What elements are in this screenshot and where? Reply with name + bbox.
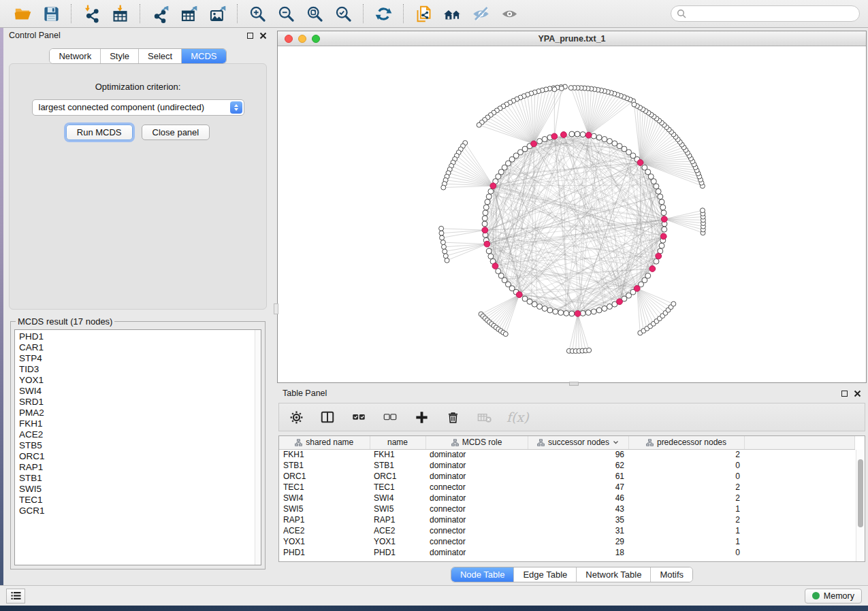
tab-motifs[interactable]: Motifs [651,567,692,582]
table-cell[interactable]: dominator [425,460,528,471]
table-cell[interactable]: dominator [425,514,528,525]
table-cell[interactable]: 1 [628,525,744,536]
network-canvas-svg[interactable] [278,46,866,382]
splitter-grabber-vertical[interactable] [274,303,278,314]
table-cell[interactable]: STB1 [279,460,370,471]
run-mcds-button[interactable]: Run MCDS [66,125,133,140]
table-row[interactable]: ACE2ACE2connector311 [279,525,855,536]
result-item[interactable]: PHD1 [19,331,261,342]
result-item[interactable]: STB5 [19,440,261,451]
table-cell[interactable]: 96 [528,449,628,460]
result-item[interactable]: STB1 [19,473,261,484]
save-session-button[interactable] [40,3,62,24]
delete-row-button[interactable] [444,408,462,426]
duplicate-network-button[interactable] [413,3,434,24]
table-cell[interactable]: 0 [628,460,744,471]
table-cell[interactable]: YOX1 [370,536,425,547]
table-cell[interactable]: 1 [628,503,744,514]
table-cell[interactable]: ACE2 [370,525,425,536]
table-cell[interactable]: dominator [425,493,528,503]
import-table-button[interactable] [109,3,131,24]
table-cell[interactable]: 47 [528,482,628,493]
select-all-button[interactable] [350,408,368,426]
tab-mcds[interactable]: MCDS [182,49,225,63]
first-neighbors-button[interactable] [441,3,463,24]
close-panel-icon[interactable] [259,32,267,39]
table-cell[interactable]: 0 [628,547,744,558]
table-cell[interactable]: connector [425,503,528,514]
tab-edge-table[interactable]: Edge Table [514,567,577,582]
criterion-select[interactable]: largest connected component (undirected) [32,99,244,116]
column-header-name[interactable]: name [370,436,425,449]
table-cell[interactable]: 62 [528,460,628,471]
table-cell[interactable]: ACE2 [279,525,370,536]
table-row[interactable]: STB1STB1dominator620 [279,460,855,471]
column-header-successor-nodes[interactable]: successor nodes [528,436,628,449]
table-cell[interactable]: SWI4 [370,493,425,503]
tab-network-table[interactable]: Network Table [577,567,651,582]
close-panel-button[interactable]: Close panel [142,125,210,140]
zoom-in-button[interactable] [246,3,268,24]
table-cell[interactable]: 29 [528,536,628,547]
table-cell[interactable]: YOX1 [279,536,370,547]
table-row[interactable]: RAP1RAP1dominator352 [279,514,855,525]
result-item[interactable]: YOX1 [19,375,261,386]
search-input[interactable] [671,5,860,22]
result-item[interactable]: TID3 [19,364,261,375]
table-cell[interactable]: 2 [628,482,744,493]
refresh-button[interactable] [372,3,394,24]
hide-selected-button[interactable] [470,3,492,24]
table-row[interactable]: SWI5SWI5connector431 [279,503,855,514]
close-table-panel-icon[interactable] [854,390,861,397]
result-item[interactable]: SRD1 [19,397,261,408]
column-header-MCDS-role[interactable]: MCDS role [425,436,528,449]
table-scrollbar-thumb[interactable] [858,459,863,527]
deselect-all-button[interactable] [381,408,399,426]
float-table-panel-icon[interactable] [841,391,848,397]
zoom-out-button[interactable] [275,3,297,24]
table-cell[interactable]: connector [425,482,528,493]
tab-style[interactable]: Style [101,49,139,63]
table-cell[interactable]: 2 [628,493,744,503]
table-cell[interactable]: 2 [628,449,744,460]
table-row[interactable]: TEC1TEC1connector472 [279,482,855,493]
table-cell[interactable]: PHD1 [370,547,425,558]
zoom-selected-button[interactable] [332,3,354,24]
float-panel-icon[interactable] [247,33,253,39]
export-network-button[interactable] [149,3,171,24]
table-row[interactable]: PHD1PHD1dominator180 [279,547,855,558]
table-scrollbar[interactable] [856,450,865,561]
table-cell[interactable]: PHD1 [279,547,370,558]
result-list-scrollbar[interactable] [255,330,261,565]
table-cell[interactable]: 43 [528,503,628,514]
table-cell[interactable]: 31 [528,525,628,536]
table-options-gear-button[interactable] [287,408,305,426]
column-header-shared-name[interactable]: shared name [279,436,370,449]
open-session-button[interactable] [12,3,33,24]
table-row[interactable]: FKH1FKH1dominator962 [279,449,855,460]
add-row-button[interactable] [413,408,430,426]
result-item[interactable]: SWI4 [19,386,261,397]
table-cell[interactable]: 2 [628,514,744,525]
table-cell[interactable]: TEC1 [370,482,425,493]
result-item[interactable]: FKH1 [19,418,261,429]
table-cell[interactable]: connector [425,525,528,536]
table-cell[interactable]: ORC1 [370,471,425,482]
table-cell[interactable]: 61 [528,471,628,482]
table-cell[interactable]: dominator [425,449,528,460]
table-cell[interactable]: 0 [628,471,744,482]
result-item[interactable]: STP4 [19,353,261,364]
zoom-fit-button[interactable] [304,3,325,24]
memory-button[interactable]: Memory [805,589,862,604]
result-item[interactable]: SWI5 [19,484,261,495]
table-cell[interactable]: RAP1 [279,514,370,525]
table-cell[interactable]: 18 [528,547,628,558]
result-item[interactable]: ORC1 [19,451,261,462]
table-cell[interactable]: FKH1 [370,449,425,460]
tab-node-table[interactable]: Node Table [451,567,515,582]
show-panels-list-button[interactable] [6,589,25,604]
column-header-predecessor-nodes[interactable]: predecessor nodes [628,436,744,449]
table-row[interactable]: SWI4SWI4dominator462 [279,493,855,503]
tab-select[interactable]: Select [139,49,182,63]
show-all-button[interactable] [498,3,520,24]
